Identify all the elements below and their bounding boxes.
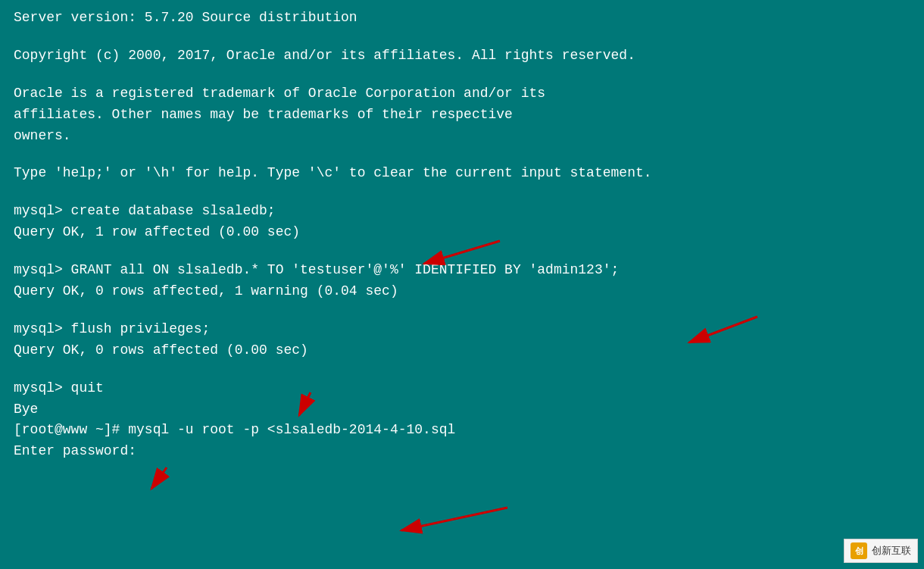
- terminal-line: Server version: 5.7.20 Source distributi…: [14, 8, 910, 29]
- terminal-line: Query OK, 1 row affected (0.00 sec): [14, 222, 910, 243]
- terminal-window: Server version: 5.7.20 Source distributi…: [0, 0, 924, 569]
- terminal-line: Enter password:: [14, 441, 910, 462]
- terminal-line: mysql> GRANT all ON slsaledb.* TO 'testu…: [14, 260, 910, 281]
- terminal-line: mysql> flush privileges;: [14, 319, 910, 340]
- terminal-line: owners.: [14, 126, 910, 147]
- terminal-line: [14, 29, 910, 45]
- terminal-line: [root@www ~]# mysql -u root -p <slsaledb…: [14, 420, 910, 441]
- terminal-line: [14, 302, 910, 319]
- terminal-line: affiliates. Other names may be trademark…: [14, 105, 910, 126]
- arrow-quit: [151, 467, 167, 489]
- terminal-line: mysql> quit: [14, 378, 910, 399]
- terminal-line: [14, 361, 910, 378]
- terminal-line: [14, 243, 910, 260]
- terminal-line: Query OK, 0 rows affected, 1 warning (0.…: [14, 281, 910, 302]
- terminal-line: [14, 67, 910, 83]
- arrow-import: [401, 508, 507, 530]
- watermark-text: 创新互联: [872, 544, 911, 558]
- terminal-line: [14, 184, 910, 201]
- terminal-line: [14, 146, 910, 163]
- terminal-line: Copyright (c) 2000, 2017, Oracle and/or …: [14, 45, 910, 67]
- terminal-line: Type 'help;' or '\h' for help. Type '\c'…: [14, 163, 910, 184]
- watermark-logo: 创: [851, 542, 867, 559]
- terminal-line: Oracle is a registered trademark of Orac…: [14, 83, 910, 105]
- terminal-line: Bye: [14, 399, 910, 420]
- watermark: 创 创新互联: [844, 539, 918, 563]
- terminal-line: mysql> create database slsaledb;: [14, 201, 910, 222]
- terminal-line: Query OK, 0 rows affected (0.00 sec): [14, 340, 910, 361]
